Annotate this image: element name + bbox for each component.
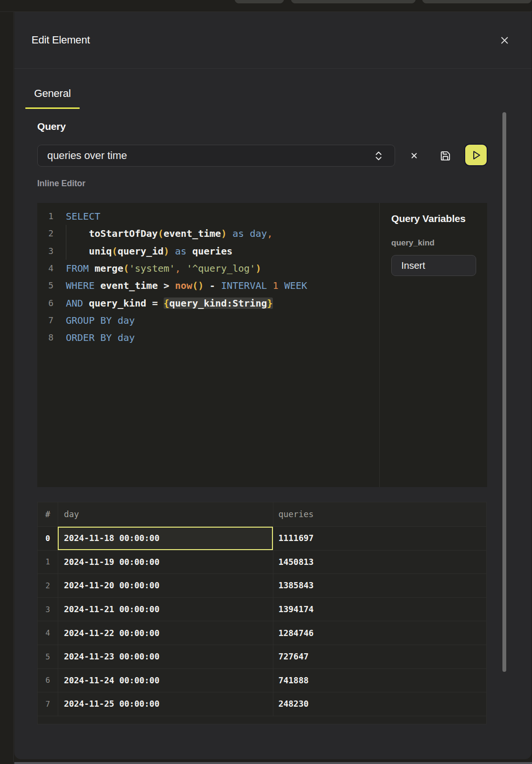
- queries-cell: 727647: [273, 645, 486, 668]
- tab-general-label: General: [34, 87, 71, 99]
- inline-editor-label: Inline Editor: [37, 179, 85, 189]
- results-row[interactable]: 32024-11-21 00:00:001394174: [38, 597, 486, 621]
- chevrons-up-down-icon: [376, 151, 382, 160]
- dialog-title: Edit Element: [31, 34, 90, 46]
- code-line: toStartOfDay(event_time) as day,: [66, 225, 307, 242]
- results-header-cell: #: [38, 502, 58, 526]
- results-footer: [38, 716, 486, 724]
- results-row[interactable]: 72024-11-25 00:00:00248230: [38, 692, 486, 716]
- clear-query-button[interactable]: [405, 146, 424, 165]
- queries-cell: 1394174: [273, 598, 486, 621]
- results-header-row: #dayqueries: [38, 502, 486, 526]
- line-number: 4: [37, 260, 53, 277]
- results-row[interactable]: 22024-11-20 00:00:001385843: [38, 573, 486, 597]
- row-index-cell: 4: [38, 621, 58, 645]
- insert-variable-button[interactable]: Insert: [391, 255, 476, 276]
- results-row[interactable]: 42024-11-22 00:00:001284746: [38, 621, 486, 645]
- insert-variable-label: Insert: [401, 260, 425, 271]
- results-header-cell: queries: [273, 502, 486, 526]
- run-query-button[interactable]: [464, 144, 488, 166]
- results-header-cell: day: [58, 502, 273, 526]
- row-index-cell: 3: [38, 598, 58, 621]
- query-select[interactable]: queries over time: [37, 145, 395, 167]
- save-icon: [440, 150, 451, 161]
- day-cell[interactable]: 2024-11-25 00:00:00: [58, 692, 273, 716]
- line-number: 7: [37, 312, 53, 329]
- save-query-button[interactable]: [436, 146, 455, 165]
- row-index-cell: 1: [38, 551, 58, 574]
- row-index-cell: 5: [38, 645, 58, 668]
- tab-general[interactable]: General: [25, 81, 80, 109]
- sql-code: SELECT toStartOfDay(event_time) as day, …: [66, 208, 307, 347]
- day-cell[interactable]: 2024-11-18 00:00:00: [58, 527, 273, 550]
- background-control-1[interactable]: [235, 0, 284, 3]
- background-left-edge: [0, 12, 14, 764]
- code-line: uniq(query_id) as queries: [66, 243, 307, 260]
- code-line: SELECT: [66, 208, 307, 225]
- code-line: GROUP BY day: [66, 312, 307, 329]
- queries-cell: 741888: [273, 669, 486, 692]
- day-cell[interactable]: 2024-11-24 00:00:00: [58, 669, 273, 692]
- day-cell[interactable]: 2024-11-19 00:00:00: [58, 551, 273, 574]
- queries-cell: 1450813: [273, 551, 486, 574]
- query-variables-heading: Query Variables: [391, 213, 466, 224]
- code-line: FROM merge('system', '^query_log'): [66, 260, 307, 277]
- line-number: 8: [37, 329, 53, 346]
- code-line: AND query_kind = {query_kind:String}: [66, 295, 307, 312]
- bottom-edge-element: [14, 762, 532, 764]
- background-control-2[interactable]: [291, 0, 416, 3]
- code-line: ORDER BY day: [66, 329, 307, 346]
- close-icon: [501, 37, 508, 44]
- results-table: #dayqueries02024-11-18 00:00:00111169712…: [37, 502, 487, 724]
- row-index-cell: 7: [38, 692, 58, 716]
- queries-cell: 248230: [273, 692, 486, 716]
- close-button[interactable]: [498, 33, 511, 47]
- queries-cell: 1284746: [273, 621, 486, 645]
- day-cell[interactable]: 2024-11-22 00:00:00: [58, 621, 273, 645]
- tab-bar: General: [25, 81, 80, 109]
- dialog-scrollbar[interactable]: [502, 112, 506, 672]
- inline-sql-editor: 12345678 SELECT toStartOfDay(event_time)…: [37, 203, 487, 487]
- code-line: WHERE event_time > now() - INTERVAL 1 WE…: [66, 277, 307, 294]
- row-index-cell: 6: [38, 669, 58, 692]
- query-section-heading: Query: [37, 121, 66, 132]
- row-index-cell: 2: [38, 574, 58, 597]
- play-icon: [471, 150, 481, 160]
- query-parameter-chip: {query_kind:String}: [164, 297, 273, 309]
- query-variables-panel: Query Variables query_kind Insert: [379, 203, 487, 487]
- results-row[interactable]: 12024-11-19 00:00:001450813: [38, 550, 486, 574]
- query-select-value: queries over time: [47, 149, 127, 162]
- day-cell[interactable]: 2024-11-23 00:00:00: [58, 645, 273, 668]
- day-cell[interactable]: 2024-11-20 00:00:00: [58, 574, 273, 597]
- results-row[interactable]: 62024-11-24 00:00:00741888: [38, 668, 486, 692]
- row-index-cell: 0: [38, 527, 58, 550]
- results-row[interactable]: 02024-11-18 00:00:001111697: [38, 526, 486, 550]
- line-number: 2: [37, 225, 53, 242]
- line-number: 1: [37, 208, 53, 225]
- queries-cell: 1111697: [273, 527, 486, 550]
- dialog-header: Edit Element: [14, 12, 532, 69]
- line-numbers: 12345678: [37, 208, 53, 347]
- edit-element-dialog: Edit Element General Query queries over …: [14, 12, 532, 759]
- code-area[interactable]: 12345678 SELECT toStartOfDay(event_time)…: [37, 203, 379, 487]
- tab-active-indicator: [25, 107, 80, 109]
- queries-cell: 1385843: [273, 574, 486, 597]
- line-number: 3: [37, 243, 53, 260]
- results-row[interactable]: 52024-11-23 00:00:00727647: [38, 645, 486, 668]
- variable-name-label: query_kind: [391, 238, 435, 248]
- background-topbar: [0, 0, 532, 11]
- query-select-row: queries over time: [37, 145, 511, 167]
- clear-icon: [411, 153, 417, 159]
- background-control-3[interactable]: [422, 0, 532, 3]
- line-number: 6: [37, 295, 53, 312]
- line-number: 5: [37, 277, 53, 294]
- day-cell[interactable]: 2024-11-21 00:00:00: [58, 598, 273, 621]
